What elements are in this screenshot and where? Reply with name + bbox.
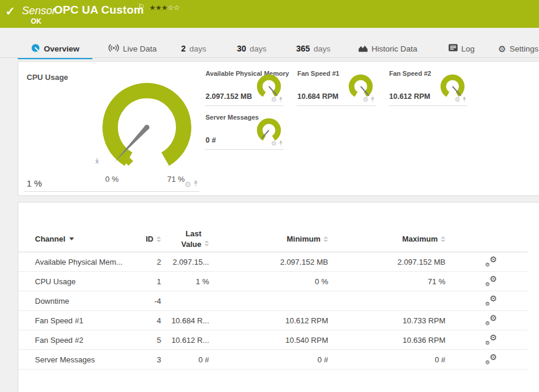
cell-last-value: 2.097.15... (161, 258, 209, 266)
tab-settings[interactable]: ⚙ Settings (496, 41, 539, 56)
column-header-maximum-label: Maximum (402, 234, 438, 243)
tab-live-data-label: Live Data (123, 44, 156, 53)
priority-stars[interactable]: ★★★☆☆ (149, 4, 179, 12)
mini-gauge-card-fan-speed-1: Fan Speed #1 10.684 RPM ⚙ (297, 68, 376, 106)
cell-minimum: 10.612 RPM (209, 316, 328, 325)
cell-maximum: 10.636 RPM (328, 336, 445, 345)
gauge-min-label: 0 % (94, 175, 130, 184)
pin-icon[interactable] (278, 94, 283, 105)
tabstrip-divider (0, 57, 539, 58)
tab-30-days[interactable]: 30 days (232, 41, 271, 56)
cell-maximum: 71 % (328, 277, 445, 286)
cell-last-value: 10.612 R... (161, 336, 209, 345)
table-row[interactable]: Downtime -4 ⚙⚙ (18, 291, 528, 311)
cell-channel: Fan Speed #1 (35, 316, 139, 325)
pin-icon[interactable] (462, 94, 467, 105)
pin-icon[interactable] (193, 179, 198, 189)
tab-2-days[interactable]: 2 days (177, 41, 211, 56)
cell-maximum: 2.097.152 MB (328, 258, 445, 266)
mini-gauge-card-available-memory: Available Physical Memory 2.097.152 MB ⚙ (205, 68, 284, 106)
gear-icon[interactable]: ⚙ (454, 97, 460, 103)
object-kind-label: Sensor (22, 5, 56, 17)
gauge-title: CPU Usage (27, 73, 68, 82)
gear-icon: ⚙ (498, 44, 506, 53)
star-filled-icon[interactable]: ★ (162, 4, 168, 12)
cell-id: 5 (139, 336, 161, 345)
column-header-channel-label: Channel (35, 234, 65, 243)
column-header-id-label: ID (146, 234, 153, 243)
gauge-current-value: 1 % (27, 178, 42, 188)
channel-settings-gears-icon[interactable]: ⚙⚙ (485, 295, 497, 306)
table-row[interactable]: Server Messages 3 0 # 0 # 0 # ⚙⚙ (18, 350, 528, 369)
tab-30-days-number: 30 (237, 44, 246, 53)
table-row[interactable]: Available Physical Mem... 2 2.097.15... … (18, 252, 528, 272)
pin-icon[interactable] (278, 138, 283, 149)
column-header-maximum[interactable]: Maximum (328, 234, 445, 243)
tab-log[interactable]: Log (443, 41, 480, 56)
cell-last-value: 1 % (161, 277, 209, 286)
log-list-icon (448, 44, 458, 53)
cell-channel: Available Physical Mem... (35, 258, 139, 266)
column-header-last-value-label: Last Value (181, 229, 201, 249)
tab-overview[interactable]: Overview (18, 41, 92, 56)
cell-channel: Server Messages (35, 355, 139, 364)
column-header-minimum-label: Minimum (287, 234, 320, 243)
cell-channel: CPU Usage (35, 277, 139, 286)
sort-toggle-icon (204, 240, 209, 246)
channel-settings-gears-icon[interactable]: ⚙⚙ (485, 315, 497, 326)
cell-id: 3 (139, 355, 161, 364)
column-header-id[interactable]: ID (139, 234, 161, 243)
pin-icon[interactable] (370, 94, 375, 105)
channel-settings-gears-icon[interactable]: ⚙⚙ (485, 256, 497, 267)
gear-icon[interactable]: ⚙ (271, 97, 277, 103)
area-chart-icon (358, 44, 368, 54)
tab-overview-label: Overview (44, 44, 79, 53)
cell-id: 1 (139, 277, 161, 286)
cell-last-value: 10.684 R... (161, 316, 209, 325)
channel-settings-gears-icon[interactable]: ⚙⚙ (485, 335, 497, 345)
gauge-title: Server Messages (206, 114, 259, 121)
channels-table-panel: Channel ID Last Value Minimum Maximum Av… (18, 202, 539, 392)
gauge-current-value: 0 # (206, 136, 216, 144)
tab-365-days-number: 365 (296, 44, 310, 53)
star-filled-icon[interactable]: ★ (149, 4, 155, 12)
tab-log-label: Log (461, 44, 475, 53)
priority-flag-icon[interactable]: ⚐ (138, 2, 145, 11)
sensor-name: OPC UA Custom (54, 4, 144, 17)
cpu-usage-gauge-card: CPU Usage x̄ 0 % 71 % 1 % ⚙ (24, 68, 200, 192)
table-row[interactable]: CPU Usage 1 1 % 0 % 71 % ⚙⚙ (18, 272, 528, 291)
column-header-last-value[interactable]: Last Value (161, 229, 209, 249)
sort-descending-icon (69, 237, 74, 240)
gear-icon[interactable]: ⚙ (184, 181, 191, 188)
gear-icon[interactable]: ⚙ (362, 97, 368, 103)
star-filled-icon[interactable]: ★ (155, 4, 161, 12)
column-header-channel[interactable]: Channel (35, 234, 139, 243)
gauge-current-value: 10.684 RPM (297, 92, 338, 101)
table-body: Available Physical Mem... 2 2.097.15... … (18, 252, 528, 369)
tab-live-data[interactable]: Live Data (100, 41, 166, 56)
tab-settings-label: Settings (509, 44, 538, 53)
cell-minimum: 0 % (209, 277, 328, 286)
status-ok-check-icon: ✓ (5, 4, 15, 18)
sensor-header-bar: ✓ Sensor OPC UA Custom ⚐ ★★★☆☆ OK (0, 0, 539, 28)
table-row[interactable]: Fan Speed #2 5 10.612 R... 10.540 RPM 10… (18, 330, 528, 350)
column-header-minimum[interactable]: Minimum (209, 234, 328, 243)
channel-settings-gears-icon[interactable]: ⚙⚙ (485, 354, 497, 365)
star-empty-icon[interactable]: ☆ (174, 4, 179, 12)
cpu-gauge: x̄ (91, 80, 203, 179)
star-empty-icon[interactable]: ☆ (168, 4, 174, 12)
cell-maximum: 10.733 RPM (328, 316, 445, 325)
tab-2-days-number: 2 (181, 44, 186, 53)
tab-historic-data[interactable]: Historic Data (353, 41, 423, 56)
table-row[interactable]: Fan Speed #1 4 10.684 R... 10.612 RPM 10… (18, 311, 528, 330)
tab-365-days[interactable]: 365 days (290, 41, 336, 56)
channel-settings-gears-icon[interactable]: ⚙⚙ (485, 276, 497, 287)
mini-gauge-card-fan-speed-2: Fan Speed #2 10.612 RPM ⚙ (389, 68, 467, 106)
gauge-current-value: 10.612 RPM (389, 92, 430, 101)
cell-channel: Downtime (35, 297, 139, 306)
tab-historic-data-label: Historic Data (371, 44, 417, 53)
mini-gauge-card-server-messages: Server Messages 0 # ⚙ (205, 111, 284, 150)
cell-last-value: 0 # (161, 355, 209, 364)
gear-icon[interactable]: ⚙ (271, 140, 277, 147)
cell-minimum: 0 # (209, 355, 328, 364)
